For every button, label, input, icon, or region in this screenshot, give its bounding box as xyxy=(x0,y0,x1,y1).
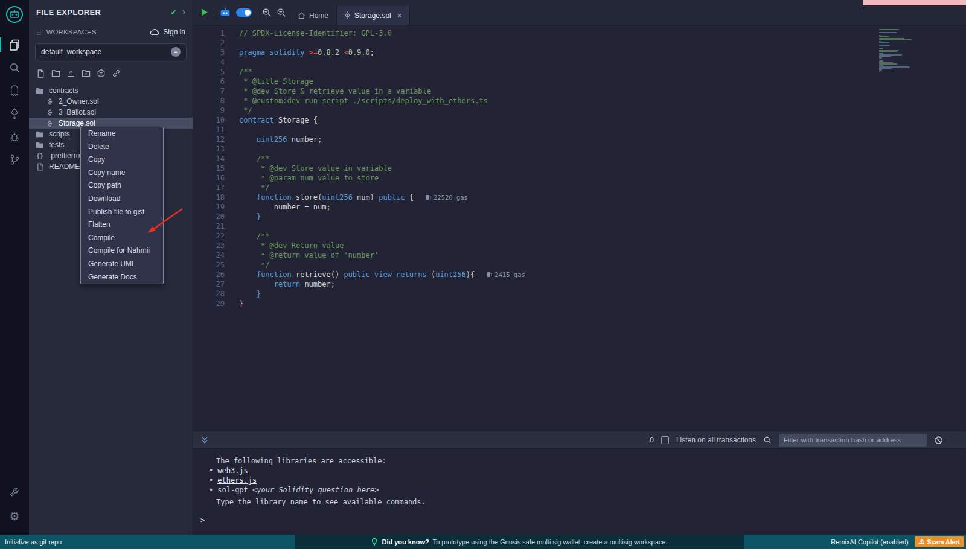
context-menu-item-compile[interactable]: Compile xyxy=(81,232,163,245)
context-menu-item-copy[interactable]: Copy xyxy=(81,153,163,167)
tree-item-label: tests xyxy=(49,141,64,149)
accept-check-icon[interactable]: ✓ xyxy=(170,7,178,17)
terminal-library-item: •web3.js xyxy=(193,466,966,476)
debugger-icon[interactable] xyxy=(0,125,29,148)
line-number: 27 xyxy=(193,279,225,289)
ethers-link[interactable]: ethers.js xyxy=(217,476,257,485)
code-line-19: number = num; xyxy=(239,202,966,212)
terminal-hint: Type the library name to see available c… xyxy=(193,497,966,507)
line-number: 14 xyxy=(193,154,225,164)
web3-link[interactable]: web3.js xyxy=(217,466,248,475)
remix-logo[interactable] xyxy=(5,5,24,26)
new-folder-icon[interactable] xyxy=(50,68,62,79)
git-init-button[interactable]: Initialize as git repo xyxy=(5,535,62,549)
workspaces-menu-icon[interactable]: ≡ xyxy=(36,27,42,37)
terminal-prompt[interactable]: > xyxy=(193,515,966,525)
tip-label: Did you know? xyxy=(382,538,429,546)
code-line-26: function retrieve() public view returns … xyxy=(239,270,966,279)
context-menu-item-rename[interactable]: Rename xyxy=(81,127,163,141)
code-line-15: * @dev Store value in variable xyxy=(239,164,966,173)
line-number: 6 xyxy=(193,77,225,86)
zoom-in-icon[interactable] xyxy=(262,8,272,18)
clear-console-icon[interactable] xyxy=(934,436,943,445)
line-number: 16 xyxy=(193,173,225,183)
search-icon[interactable] xyxy=(0,56,29,79)
tree-item-3-ballot-sol[interactable]: 3_Ballot.sol xyxy=(29,107,193,118)
code-line-28: } xyxy=(239,289,966,299)
workspace-selector[interactable]: default_workspace ≡ xyxy=(35,43,187,60)
context-menu-item-generate-uml[interactable]: Generate UML xyxy=(81,258,163,271)
line-number: 26 xyxy=(193,270,225,279)
cube-icon[interactable] xyxy=(95,68,107,79)
context-menu-item-flatten[interactable]: Flatten xyxy=(81,218,163,232)
context-menu-item-publish-file-to-gist[interactable]: Publish file to gist xyxy=(81,206,163,219)
tree-item-2-owner-sol[interactable]: 2_Owner.sol xyxy=(29,96,193,107)
line-number: 10 xyxy=(193,115,225,125)
tree-item-label: README. xyxy=(49,162,82,171)
code-line-1: // SPDX-License-Identifier: GPL-3.0 xyxy=(239,28,966,38)
code-line-14: /** xyxy=(239,154,966,164)
context-menu-item-copy-path[interactable]: Copy path xyxy=(81,179,163,192)
line-number: 28 xyxy=(193,289,225,299)
code-line-20: } xyxy=(239,212,966,221)
copilot-status[interactable]: RemixAI Copilot (enabled) xyxy=(831,538,908,546)
sign-in-button[interactable]: Sign in xyxy=(150,28,185,36)
settings-gear-icon[interactable]: ⚙ xyxy=(0,504,29,527)
plugin-manager-icon[interactable] xyxy=(0,482,29,504)
workspace-options-icon[interactable]: ≡ xyxy=(171,47,181,57)
git-icon[interactable] xyxy=(0,148,29,171)
terminal-output[interactable]: The following libraries are accessible: … xyxy=(193,449,966,535)
scam-alert-button[interactable]: ⚠ Scam Alert xyxy=(915,536,964,547)
tree-item-label: .prettierro xyxy=(49,151,80,160)
code-line-6: * @title Storage xyxy=(239,77,966,86)
context-menu-item-generate-docs[interactable]: Generate Docs xyxy=(81,271,163,284)
close-tab-icon[interactable]: × xyxy=(397,11,402,21)
code-line-13 xyxy=(239,144,966,154)
upload-file-icon[interactable] xyxy=(65,68,77,79)
context-menu-item-copy-name[interactable]: Copy name xyxy=(81,167,163,180)
run-script-button[interactable] xyxy=(200,8,209,17)
context-menu-item-compile-for-nahmii[interactable]: Compile for Nahmii xyxy=(81,244,163,258)
home-icon xyxy=(298,12,305,19)
line-number: 21 xyxy=(193,221,225,231)
line-number: 20 xyxy=(193,212,225,221)
filter-input[interactable] xyxy=(779,434,927,447)
line-number: 3 xyxy=(193,48,225,57)
copilot-toggle[interactable] xyxy=(236,8,252,17)
context-menu-item-delete[interactable]: Delete xyxy=(81,141,163,154)
deploy-and-run-icon[interactable] xyxy=(0,102,29,125)
file-explorer-icon[interactable] xyxy=(0,33,29,56)
tab-storage-sol[interactable]: Storage.sol × xyxy=(336,6,410,25)
remixai-robot-icon[interactable] xyxy=(219,7,231,18)
terminal-search-icon[interactable] xyxy=(763,436,772,444)
solgpt-hint: <your Solidity question here> xyxy=(252,486,379,494)
solidity-compiler-icon[interactable] xyxy=(0,79,29,102)
panel-title: FILE EXPLORER xyxy=(36,8,101,17)
code-line-27: return number; xyxy=(239,279,966,289)
context-menu-item-download[interactable]: Download xyxy=(81,192,163,206)
code-editor[interactable]: 1234567891011121314151617181920212223242… xyxy=(193,25,966,431)
terminal-intro: The following libraries are accessible: xyxy=(193,456,966,466)
link-icon[interactable] xyxy=(110,68,122,79)
line-number: 8 xyxy=(193,96,225,106)
line-number: 2 xyxy=(193,38,225,48)
collapse-chevron-icon[interactable]: › xyxy=(182,7,185,17)
tree-item-contracts[interactable]: contracts xyxy=(29,85,193,96)
upload-folder-icon[interactable] xyxy=(80,68,92,79)
code-line-16: * @param num value to store xyxy=(239,173,966,183)
zoom-out-icon[interactable] xyxy=(277,8,286,18)
expand-terminal-icon[interactable] xyxy=(200,436,209,444)
new-file-icon[interactable] xyxy=(35,68,46,79)
icon-rail: ⚙ xyxy=(0,0,29,535)
tab-home[interactable]: Home xyxy=(290,6,336,25)
workspace-name: default_workspace xyxy=(41,48,101,56)
editor-tab-bar: Home Storage.sol × xyxy=(193,0,966,25)
line-number: 25 xyxy=(193,260,225,270)
code-line-2 xyxy=(239,38,966,48)
code-line-25: */ xyxy=(239,260,966,270)
listen-checkbox[interactable] xyxy=(661,436,669,444)
minimap[interactable] xyxy=(879,29,925,72)
file-icon xyxy=(35,163,45,171)
line-numbers: 1234567891011121314151617181920212223242… xyxy=(193,25,237,431)
code-line-10: contract Storage { xyxy=(239,115,966,125)
